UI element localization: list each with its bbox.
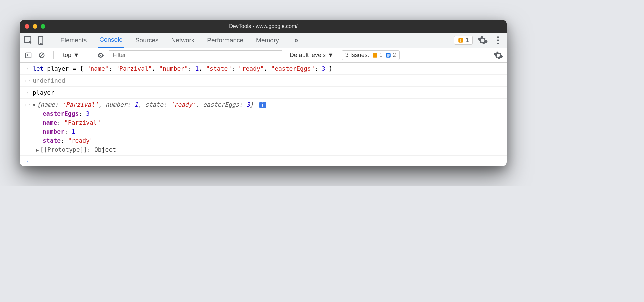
tab-memory[interactable]: Memory	[255, 33, 280, 47]
object-properties: easterEggs: 3 name: "Parzival" number: 1…	[43, 109, 266, 154]
kebab-menu-icon[interactable]	[493, 35, 503, 46]
svg-rect-8	[26, 53, 31, 58]
prototype-row[interactable]: [[Prototype]]: Object	[43, 145, 266, 154]
context-label: top	[63, 52, 71, 59]
tab-sources[interactable]: Sources	[134, 33, 160, 47]
separator	[51, 36, 51, 44]
console-code: player	[31, 88, 54, 97]
console-output: › let player = { "name": "Parzival", "nu…	[20, 63, 507, 166]
issues-warn-count: 1	[379, 52, 383, 59]
tab-network[interactable]: Network	[170, 33, 196, 47]
live-expression-icon[interactable]	[96, 50, 106, 60]
info-icon[interactable]: i	[259, 102, 266, 108]
context-selector[interactable]: top ▼	[60, 51, 82, 59]
object-property[interactable]: name: "Parzival"	[43, 118, 266, 127]
warnings-badge[interactable]: ! 1	[454, 36, 473, 45]
object-property[interactable]: easterEggs: 3	[43, 109, 266, 118]
issues-label: 3 Issues:	[345, 52, 369, 59]
settings-icon[interactable]	[477, 35, 488, 46]
svg-rect-14	[387, 54, 390, 55]
warning-icon: !	[372, 52, 378, 58]
info-icon	[385, 52, 391, 58]
chevron-down-icon: ▼	[73, 52, 79, 59]
panel-tabs: Elements Console Sources Network Perform…	[59, 33, 453, 48]
expand-toggle-icon[interactable]	[36, 145, 39, 154]
svg-rect-15	[387, 55, 390, 56]
console-settings-icon[interactable]	[493, 50, 503, 60]
output-chevron-icon: ‹·	[24, 100, 31, 108]
issues-button[interactable]: 3 Issues: ! 1 2	[342, 50, 400, 60]
inspect-element-icon[interactable]	[23, 35, 34, 46]
object-property[interactable]: number: 1	[43, 127, 266, 136]
tab-bar: Elements Console Sources Network Perform…	[20, 33, 507, 48]
window-title: DevTools - www.google.com/	[20, 23, 507, 29]
input-chevron-icon: ›	[24, 64, 31, 72]
issues-info-count: 2	[393, 52, 396, 59]
tab-performance[interactable]: Performance	[206, 33, 245, 47]
console-input-row[interactable]: › let player = { "name": "Parzival", "nu…	[20, 63, 507, 75]
svg-point-6	[497, 39, 499, 41]
tab-elements[interactable]: Elements	[59, 33, 88, 47]
chevron-down-icon: ▼	[328, 52, 334, 59]
object-property[interactable]: state: "ready"	[43, 136, 266, 145]
svg-rect-16	[387, 56, 389, 57]
separator	[89, 51, 89, 59]
undefined-result: undefined	[31, 76, 65, 85]
filter-input[interactable]	[109, 50, 282, 60]
input-chevron-icon: ›	[24, 88, 31, 96]
svg-text:!: !	[374, 53, 376, 57]
devtools-window: DevTools - www.google.com/ Elements Cons…	[20, 20, 507, 166]
clear-console-icon[interactable]	[37, 50, 47, 60]
warning-count: 1	[466, 37, 469, 44]
log-levels-selector[interactable]: Default levels ▼	[290, 52, 334, 59]
svg-text:!: !	[460, 38, 461, 42]
tabbar-right: ! 1	[454, 35, 503, 46]
console-sidebar-toggle-icon[interactable]	[23, 50, 33, 60]
console-code: let player = { "name": "Parzival", "numb…	[31, 64, 333, 73]
device-toolbar-icon[interactable]	[35, 35, 46, 46]
tab-console[interactable]: Console	[98, 33, 124, 48]
console-toolbar: top ▼ Default levels ▼ 3 Issues: ! 1 2	[20, 48, 507, 63]
svg-point-7	[497, 42, 499, 44]
more-tabs-icon[interactable]: »	[290, 36, 302, 45]
object-result[interactable]: {name: 'Parzival', number: 1, state: 're…	[31, 100, 266, 154]
levels-label: Default levels	[290, 52, 326, 59]
expand-toggle-icon[interactable]	[33, 100, 35, 109]
console-result-row: ‹· {name: 'Parzival', number: 1, state: …	[20, 99, 507, 156]
titlebar: DevTools - www.google.com/	[20, 20, 507, 33]
input-chevron-icon: ›	[24, 157, 31, 165]
output-chevron-icon: ‹·	[24, 76, 31, 84]
console-input-row[interactable]: › player	[20, 87, 507, 99]
console-prompt[interactable]: ›	[20, 156, 507, 166]
console-result-row: ‹· undefined	[20, 75, 507, 87]
warning-icon: !	[458, 37, 464, 43]
svg-point-5	[497, 36, 499, 38]
separator	[53, 51, 54, 59]
svg-line-10	[40, 54, 43, 57]
